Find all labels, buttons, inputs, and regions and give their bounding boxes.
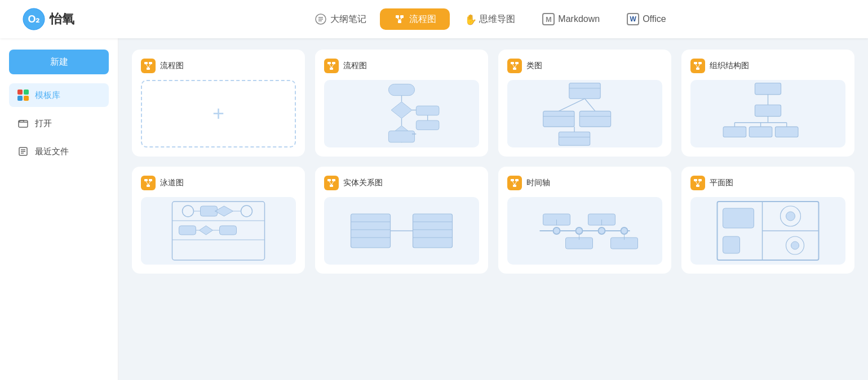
svg-rect-47 (579, 111, 610, 127)
card-icon-er (324, 176, 339, 190)
card-floor-plan[interactable]: 平面图 (681, 167, 854, 274)
svg-rect-12 (19, 120, 28, 127)
card-new-preview: + (141, 80, 296, 147)
svg-line-26 (331, 64, 334, 68)
svg-rect-18 (149, 62, 152, 64)
sidebar-item-open-label: 打开 (35, 118, 52, 129)
svg-rect-60 (755, 105, 781, 116)
svg-line-126 (698, 181, 700, 185)
svg-point-112 (599, 227, 605, 234)
svg-rect-84 (220, 226, 237, 235)
card-swimlane[interactable]: 泳道图 (132, 167, 305, 274)
card-timeline[interactable]: 时间轴 (498, 167, 671, 274)
svg-line-107 (512, 181, 515, 185)
svg-rect-29 (416, 106, 439, 115)
svg-line-42 (515, 64, 517, 68)
sidebar-item-recent-label: 最近文件 (35, 146, 69, 157)
svg-line-73 (146, 181, 148, 185)
card-header-org: 组织结构图 (690, 59, 845, 73)
card-icon-new (141, 59, 156, 73)
svg-rect-124 (696, 185, 699, 187)
svg-point-111 (576, 227, 583, 234)
tab-mindmap-label: 思维导图 (479, 14, 515, 25)
markdown-icon: M (542, 13, 555, 25)
svg-rect-59 (755, 83, 781, 95)
svg-line-125 (696, 181, 698, 185)
card-header-timeline: 时间轴 (507, 176, 662, 190)
svg-rect-40 (513, 68, 516, 70)
svg-line-74 (148, 181, 150, 185)
tab-markdown-label: Markdown (558, 14, 600, 24)
svg-line-41 (512, 64, 515, 68)
svg-line-20 (146, 64, 148, 68)
card-title-flowchart: 流程图 (343, 61, 367, 71)
card-header-er: 实体关系图 (324, 176, 479, 190)
card-grid-row2: 泳道图 (132, 167, 854, 274)
svg-line-25 (329, 64, 331, 68)
svg-rect-38 (511, 62, 514, 64)
sidebar-item-open[interactable]: 打开 (9, 111, 109, 135)
svg-line-57 (696, 64, 698, 68)
svg-rect-7 (400, 15, 404, 18)
tab-mindmap[interactable]: ✋ 思维导图 (450, 8, 529, 30)
svg-rect-19 (147, 68, 150, 70)
sidebar: 新建 模板库 打开 最近文件 (0, 38, 118, 380)
card-header-new: 流程图 (141, 59, 296, 73)
svg-rect-17 (144, 62, 148, 64)
svg-rect-56 (696, 68, 699, 70)
card-icon-floor (690, 176, 705, 190)
main: 新建 模板库 打开 最近文件 (0, 38, 868, 380)
svg-marker-83 (200, 226, 213, 235)
card-icon-timeline (507, 176, 522, 190)
logo-text: 怡氧 (50, 11, 74, 28)
card-title-swimlane: 泳道图 (160, 178, 184, 188)
card-header-swimlane: 泳道图 (141, 176, 296, 190)
logo-icon: O₂ (23, 8, 45, 30)
svg-text:O₂: O₂ (28, 14, 39, 25)
card-header-class: 类图 (507, 59, 662, 73)
svg-line-108 (515, 181, 517, 185)
sidebar-item-template[interactable]: 模板库 (9, 83, 109, 107)
svg-rect-6 (396, 15, 399, 18)
card-icon-org (690, 59, 705, 73)
svg-line-21 (148, 64, 150, 68)
nav-tabs: 大纲笔记 流程图 ✋ 思维导图 M Markdown W (135, 8, 845, 30)
office-icon: W (627, 13, 639, 25)
svg-point-131 (786, 212, 795, 221)
card-icon-class (507, 59, 522, 73)
new-button[interactable]: 新建 (9, 50, 109, 74)
card-title-timeline: 时间轴 (526, 178, 550, 188)
tab-markdown[interactable]: M Markdown (529, 8, 613, 30)
tab-office[interactable]: W Office (613, 8, 680, 30)
tab-outline[interactable]: 大纲笔记 (301, 8, 380, 30)
outline-icon (315, 13, 327, 25)
svg-line-9 (397, 18, 400, 20)
svg-line-10 (400, 18, 402, 20)
svg-rect-135 (723, 236, 740, 253)
mindmap-icon: ✋ (463, 13, 476, 25)
svg-rect-92 (330, 185, 333, 187)
sidebar-item-recent[interactable]: 最近文件 (9, 140, 109, 163)
svg-rect-61 (723, 127, 746, 137)
flowchart-icon (393, 13, 406, 25)
svg-rect-91 (332, 179, 335, 181)
card-flowchart-tpl[interactable]: 流程图 (315, 50, 488, 157)
svg-rect-54 (694, 62, 697, 64)
card-icon-swimlane (141, 176, 156, 190)
card-er-diagram[interactable]: 实体关系图 (315, 167, 488, 274)
svg-point-78 (183, 205, 194, 217)
svg-rect-23 (332, 62, 335, 64)
tab-flowchart-label: 流程图 (409, 14, 436, 25)
tab-flowchart[interactable]: 流程图 (380, 8, 450, 30)
card-new-flowchart[interactable]: 流程图 + (132, 50, 305, 157)
svg-point-133 (791, 242, 799, 249)
sidebar-item-template-label: 模板库 (35, 90, 60, 101)
card-class-diagram[interactable]: 类图 (498, 50, 671, 157)
svg-rect-32 (388, 131, 414, 142)
card-org-chart[interactable]: 组织结构图 (681, 50, 854, 157)
content: 流程图 + 流程图 (118, 38, 868, 380)
svg-rect-43 (569, 83, 600, 99)
svg-rect-72 (147, 185, 150, 187)
svg-rect-55 (698, 62, 702, 64)
card-preview-floor (690, 197, 845, 265)
